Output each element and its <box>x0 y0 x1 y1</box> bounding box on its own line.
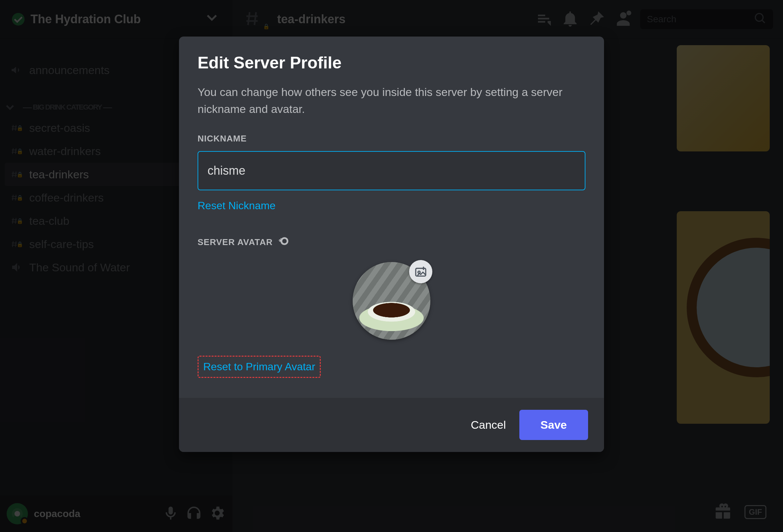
modal-description: You can change how others see you inside… <box>197 84 586 118</box>
server-avatar-preview[interactable] <box>353 262 430 340</box>
modal-overlay[interactable]: Edit Server Profile You can change how o… <box>0 0 783 532</box>
nickname-input[interactable] <box>197 151 586 190</box>
cancel-button[interactable]: Cancel <box>471 418 506 431</box>
save-button[interactable]: Save <box>519 410 588 440</box>
reset-nickname-button[interactable]: Reset Nickname <box>197 198 276 213</box>
server-avatar-label: SERVER AVATAR <box>197 234 586 250</box>
modal-footer: Cancel Save <box>179 398 604 452</box>
upload-image-icon[interactable] <box>409 260 432 283</box>
reset-avatar-button[interactable]: Reset to Primary Avatar <box>203 359 315 374</box>
nickname-label: NICKNAME <box>197 133 586 144</box>
edit-server-profile-modal: Edit Server Profile You can change how o… <box>179 36 604 452</box>
nitro-badge-icon <box>277 234 290 250</box>
modal-title: Edit Server Profile <box>197 53 586 72</box>
